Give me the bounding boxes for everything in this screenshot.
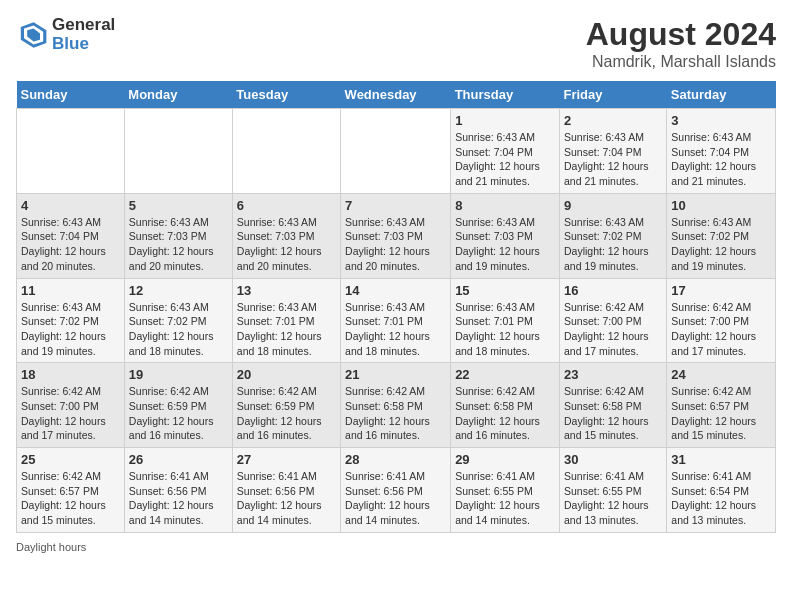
day-info: Sunrise: 6:42 AM Sunset: 6:58 PM Dayligh… <box>455 384 555 443</box>
day-number: 2 <box>564 113 662 128</box>
day-info: Sunrise: 6:43 AM Sunset: 7:02 PM Dayligh… <box>129 300 228 359</box>
day-number: 1 <box>455 113 555 128</box>
day-number: 16 <box>564 283 662 298</box>
day-info: Sunrise: 6:43 AM Sunset: 7:01 PM Dayligh… <box>455 300 555 359</box>
logo-icon <box>16 19 48 51</box>
calendar-cell: 1Sunrise: 6:43 AM Sunset: 7:04 PM Daylig… <box>451 109 560 194</box>
calendar-cell <box>124 109 232 194</box>
day-info: Sunrise: 6:42 AM Sunset: 7:00 PM Dayligh… <box>21 384 120 443</box>
day-info: Sunrise: 6:43 AM Sunset: 7:02 PM Dayligh… <box>671 215 771 274</box>
day-number: 4 <box>21 198 120 213</box>
calendar-cell: 20Sunrise: 6:42 AM Sunset: 6:59 PM Dayli… <box>232 363 340 448</box>
day-number: 9 <box>564 198 662 213</box>
calendar-cell <box>341 109 451 194</box>
calendar-cell: 30Sunrise: 6:41 AM Sunset: 6:55 PM Dayli… <box>559 448 666 533</box>
day-number: 14 <box>345 283 446 298</box>
calendar-cell: 28Sunrise: 6:41 AM Sunset: 6:56 PM Dayli… <box>341 448 451 533</box>
day-info: Sunrise: 6:42 AM Sunset: 6:58 PM Dayligh… <box>345 384 446 443</box>
day-number: 8 <box>455 198 555 213</box>
day-number: 22 <box>455 367 555 382</box>
day-number: 30 <box>564 452 662 467</box>
calendar-cell: 10Sunrise: 6:43 AM Sunset: 7:02 PM Dayli… <box>667 193 776 278</box>
calendar-cell: 29Sunrise: 6:41 AM Sunset: 6:55 PM Dayli… <box>451 448 560 533</box>
day-info: Sunrise: 6:43 AM Sunset: 7:03 PM Dayligh… <box>129 215 228 274</box>
calendar-cell: 2Sunrise: 6:43 AM Sunset: 7:04 PM Daylig… <box>559 109 666 194</box>
calendar-week-row: 18Sunrise: 6:42 AM Sunset: 7:00 PM Dayli… <box>17 363 776 448</box>
day-number: 15 <box>455 283 555 298</box>
calendar-cell: 23Sunrise: 6:42 AM Sunset: 6:58 PM Dayli… <box>559 363 666 448</box>
day-number: 19 <box>129 367 228 382</box>
day-number: 13 <box>237 283 336 298</box>
day-info: Sunrise: 6:43 AM Sunset: 7:01 PM Dayligh… <box>237 300 336 359</box>
calendar-cell: 12Sunrise: 6:43 AM Sunset: 7:02 PM Dayli… <box>124 278 232 363</box>
day-number: 7 <box>345 198 446 213</box>
day-number: 28 <box>345 452 446 467</box>
calendar-week-row: 1Sunrise: 6:43 AM Sunset: 7:04 PM Daylig… <box>17 109 776 194</box>
day-info: Sunrise: 6:41 AM Sunset: 6:55 PM Dayligh… <box>564 469 662 528</box>
day-info: Sunrise: 6:43 AM Sunset: 7:03 PM Dayligh… <box>345 215 446 274</box>
day-number: 25 <box>21 452 120 467</box>
weekday-header-cell: Wednesday <box>341 81 451 109</box>
day-number: 18 <box>21 367 120 382</box>
calendar-cell: 7Sunrise: 6:43 AM Sunset: 7:03 PM Daylig… <box>341 193 451 278</box>
day-info: Sunrise: 6:43 AM Sunset: 7:03 PM Dayligh… <box>455 215 555 274</box>
calendar-cell: 6Sunrise: 6:43 AM Sunset: 7:03 PM Daylig… <box>232 193 340 278</box>
day-info: Sunrise: 6:43 AM Sunset: 7:04 PM Dayligh… <box>455 130 555 189</box>
day-info: Sunrise: 6:43 AM Sunset: 7:02 PM Dayligh… <box>21 300 120 359</box>
calendar-cell: 19Sunrise: 6:42 AM Sunset: 6:59 PM Dayli… <box>124 363 232 448</box>
day-number: 10 <box>671 198 771 213</box>
day-info: Sunrise: 6:42 AM Sunset: 7:00 PM Dayligh… <box>564 300 662 359</box>
weekday-header-cell: Monday <box>124 81 232 109</box>
day-number: 6 <box>237 198 336 213</box>
day-number: 27 <box>237 452 336 467</box>
footer: Daylight hours <box>16 541 776 553</box>
calendar-cell: 25Sunrise: 6:42 AM Sunset: 6:57 PM Dayli… <box>17 448 125 533</box>
calendar-cell: 5Sunrise: 6:43 AM Sunset: 7:03 PM Daylig… <box>124 193 232 278</box>
calendar-cell: 31Sunrise: 6:41 AM Sunset: 6:54 PM Dayli… <box>667 448 776 533</box>
weekday-header-cell: Saturday <box>667 81 776 109</box>
day-info: Sunrise: 6:42 AM Sunset: 6:57 PM Dayligh… <box>671 384 771 443</box>
calendar-week-row: 4Sunrise: 6:43 AM Sunset: 7:04 PM Daylig… <box>17 193 776 278</box>
calendar-table: SundayMondayTuesdayWednesdayThursdayFrid… <box>16 81 776 533</box>
calendar-cell <box>232 109 340 194</box>
calendar-cell: 27Sunrise: 6:41 AM Sunset: 6:56 PM Dayli… <box>232 448 340 533</box>
calendar-cell: 13Sunrise: 6:43 AM Sunset: 7:01 PM Dayli… <box>232 278 340 363</box>
day-number: 17 <box>671 283 771 298</box>
calendar-cell: 18Sunrise: 6:42 AM Sunset: 7:00 PM Dayli… <box>17 363 125 448</box>
calendar-week-row: 11Sunrise: 6:43 AM Sunset: 7:02 PM Dayli… <box>17 278 776 363</box>
day-number: 3 <box>671 113 771 128</box>
calendar-cell: 21Sunrise: 6:42 AM Sunset: 6:58 PM Dayli… <box>341 363 451 448</box>
calendar-cell: 22Sunrise: 6:42 AM Sunset: 6:58 PM Dayli… <box>451 363 560 448</box>
day-info: Sunrise: 6:43 AM Sunset: 7:03 PM Dayligh… <box>237 215 336 274</box>
weekday-header-cell: Thursday <box>451 81 560 109</box>
weekday-header-cell: Friday <box>559 81 666 109</box>
calendar-cell: 24Sunrise: 6:42 AM Sunset: 6:57 PM Dayli… <box>667 363 776 448</box>
weekday-header-row: SundayMondayTuesdayWednesdayThursdayFrid… <box>17 81 776 109</box>
calendar-cell <box>17 109 125 194</box>
main-title: August 2024 <box>586 16 776 53</box>
page-header: General Blue August 2024 Namdrik, Marsha… <box>16 16 776 71</box>
day-number: 5 <box>129 198 228 213</box>
calendar-cell: 4Sunrise: 6:43 AM Sunset: 7:04 PM Daylig… <box>17 193 125 278</box>
day-info: Sunrise: 6:41 AM Sunset: 6:56 PM Dayligh… <box>345 469 446 528</box>
day-info: Sunrise: 6:42 AM Sunset: 6:58 PM Dayligh… <box>564 384 662 443</box>
logo-text: General Blue <box>52 16 115 53</box>
day-number: 20 <box>237 367 336 382</box>
calendar-cell: 17Sunrise: 6:42 AM Sunset: 7:00 PM Dayli… <box>667 278 776 363</box>
day-info: Sunrise: 6:41 AM Sunset: 6:54 PM Dayligh… <box>671 469 771 528</box>
footer-text: Daylight hours <box>16 541 86 553</box>
day-info: Sunrise: 6:42 AM Sunset: 6:59 PM Dayligh… <box>237 384 336 443</box>
day-number: 23 <box>564 367 662 382</box>
logo: General Blue <box>16 16 115 53</box>
day-info: Sunrise: 6:43 AM Sunset: 7:04 PM Dayligh… <box>671 130 771 189</box>
day-number: 11 <box>21 283 120 298</box>
title-block: August 2024 Namdrik, Marshall Islands <box>586 16 776 71</box>
calendar-week-row: 25Sunrise: 6:42 AM Sunset: 6:57 PM Dayli… <box>17 448 776 533</box>
subtitle: Namdrik, Marshall Islands <box>586 53 776 71</box>
calendar-cell: 3Sunrise: 6:43 AM Sunset: 7:04 PM Daylig… <box>667 109 776 194</box>
calendar-cell: 8Sunrise: 6:43 AM Sunset: 7:03 PM Daylig… <box>451 193 560 278</box>
day-info: Sunrise: 6:41 AM Sunset: 6:56 PM Dayligh… <box>237 469 336 528</box>
calendar-cell: 15Sunrise: 6:43 AM Sunset: 7:01 PM Dayli… <box>451 278 560 363</box>
day-number: 29 <box>455 452 555 467</box>
weekday-header-cell: Tuesday <box>232 81 340 109</box>
